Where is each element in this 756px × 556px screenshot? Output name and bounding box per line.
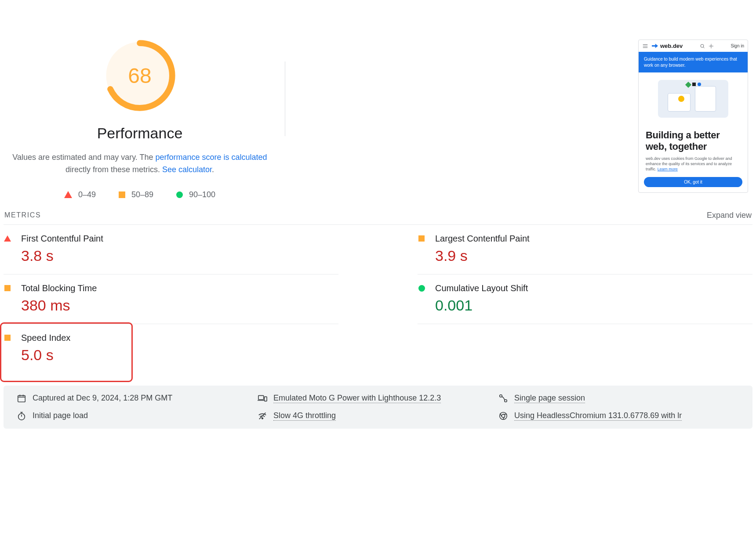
performance-score-block: 68 Performance Values are estimated and … — [4, 40, 276, 199]
search-icon — [700, 43, 705, 49]
square-icon — [4, 285, 11, 291]
vertical-divider — [285, 61, 285, 136]
metric-fcp[interactable]: First Contentful Paint3.8 s — [4, 225, 338, 274]
triangle-icon — [64, 191, 72, 198]
metric-si[interactable]: Speed Index5.0 s — [4, 324, 338, 373]
metric-value: 3.8 s — [21, 247, 103, 264]
svg-point-6 — [710, 45, 712, 47]
hero-illustration — [639, 72, 748, 125]
svg-point-24 — [262, 418, 263, 419]
devices-icon — [258, 394, 267, 403]
network-icon — [258, 411, 267, 421]
chrome-icon — [498, 411, 508, 421]
svg-rect-17 — [265, 397, 267, 401]
page-load-type-text: Initial page load — [33, 411, 88, 420]
emulated-device: Emulated Moto G Power with Lighthouse 12… — [258, 394, 498, 403]
theme-icon — [709, 43, 714, 49]
metrics-header: METRICS Expand view — [4, 211, 752, 224]
cookie-accept-button: OK, got it — [644, 177, 742, 187]
hero-headline: Building a better web, together — [639, 125, 748, 156]
session-type: Single page session — [498, 394, 739, 403]
captured-at-text: Captured at Dec 9, 2024, 1:28 PM GMT — [33, 394, 172, 403]
svg-rect-11 — [18, 395, 25, 402]
score-calc-link[interactable]: performance score is calculated — [156, 153, 267, 162]
page-load-type: Initial page load — [17, 411, 258, 421]
legend-pass-label: 90–100 — [189, 190, 215, 199]
svg-rect-15 — [258, 395, 264, 399]
svg-point-20 — [18, 413, 25, 420]
circle-icon — [418, 285, 425, 292]
signin-text: Sign in — [731, 43, 744, 48]
browser-version-text[interactable]: Using HeadlessChromium 131.0.6778.69 wit… — [514, 411, 682, 421]
legend-average-label: 50–89 — [131, 190, 153, 199]
summary-row: 68 Performance Values are estimated and … — [4, 0, 752, 199]
runtime-settings-footer: Captured at Dec 9, 2024, 1:28 PM GMT Emu… — [4, 386, 752, 429]
calendar-icon — [17, 394, 26, 403]
performance-note-text: Values are estimated and may vary. The — [12, 153, 155, 162]
metric-label: First Contentful Paint — [21, 234, 103, 244]
performance-title: Performance — [97, 125, 183, 142]
metric-label: Speed Index — [21, 333, 70, 343]
cookie-notice: web.dev uses cookies from Google to deli… — [639, 156, 748, 175]
page-screenshot-thumbnail[interactable]: web.dev Sign in Guidance to build modern… — [638, 40, 752, 199]
legend-average: 50–89 — [119, 190, 153, 199]
metric-label: Largest Contentful Paint — [435, 234, 530, 244]
stopwatch-icon — [17, 411, 26, 421]
metrics-title: METRICS — [4, 211, 41, 219]
expand-view-toggle[interactable]: Expand view — [707, 211, 752, 220]
metric-tbt[interactable]: Total Blocking Time380 ms — [4, 274, 338, 324]
see-calculator-link[interactable]: See calculator — [162, 165, 212, 174]
circle-icon — [176, 191, 183, 198]
square-icon — [4, 335, 11, 341]
svg-line-5 — [703, 47, 704, 48]
performance-note-text3: . — [212, 165, 214, 174]
menu-icon — [642, 43, 648, 49]
metric-value: 3.9 s — [435, 247, 530, 264]
performance-note-text2: directly from these metrics. — [65, 165, 162, 174]
legend-pass: 90–100 — [176, 190, 215, 199]
session-type-text[interactable]: Single page session — [514, 394, 585, 403]
metric-label: Total Blocking Time — [21, 283, 97, 293]
browser-version: Using HeadlessChromium 131.0.6778.69 wit… — [498, 411, 739, 421]
learn-more-link: Learn more — [658, 167, 678, 171]
square-icon — [119, 191, 125, 198]
network-throttle: Slow 4G throttling — [258, 411, 498, 421]
metric-value: 5.0 s — [21, 347, 70, 364]
triangle-icon — [4, 235, 11, 242]
metric-value: 380 ms — [21, 297, 97, 314]
captured-at: Captured at Dec 9, 2024, 1:28 PM GMT — [17, 394, 258, 403]
metric-lcp[interactable]: Largest Contentful Paint3.9 s — [418, 225, 752, 274]
emulated-device-text[interactable]: Emulated Moto G Power with Lighthouse 12… — [273, 394, 441, 403]
score-value: 68 — [104, 40, 176, 112]
site-logo: web.dev — [652, 43, 683, 49]
score-gauge: 68 — [104, 40, 176, 112]
logo-arrow-icon — [652, 43, 658, 49]
performance-note: Values are estimated and may vary. The p… — [4, 152, 276, 176]
metric-label: Cumulative Layout Shift — [435, 283, 528, 293]
svg-point-4 — [701, 44, 704, 47]
metric-value: 0.001 — [435, 297, 528, 314]
legend-fail-label: 0–49 — [78, 190, 96, 199]
session-icon — [498, 394, 508, 403]
network-throttle-text[interactable]: Slow 4G throttling — [273, 411, 336, 421]
square-icon — [418, 235, 425, 242]
metrics-grid: First Contentful Paint3.8 sLargest Conte… — [4, 225, 752, 373]
metric-cls[interactable]: Cumulative Layout Shift0.001 — [418, 274, 752, 324]
hero-banner: Guidance to build modern web experiences… — [639, 52, 748, 72]
legend-fail: 0–49 — [64, 190, 96, 199]
site-name: web.dev — [660, 43, 683, 49]
score-legend: 0–49 50–89 90–100 — [64, 190, 215, 199]
